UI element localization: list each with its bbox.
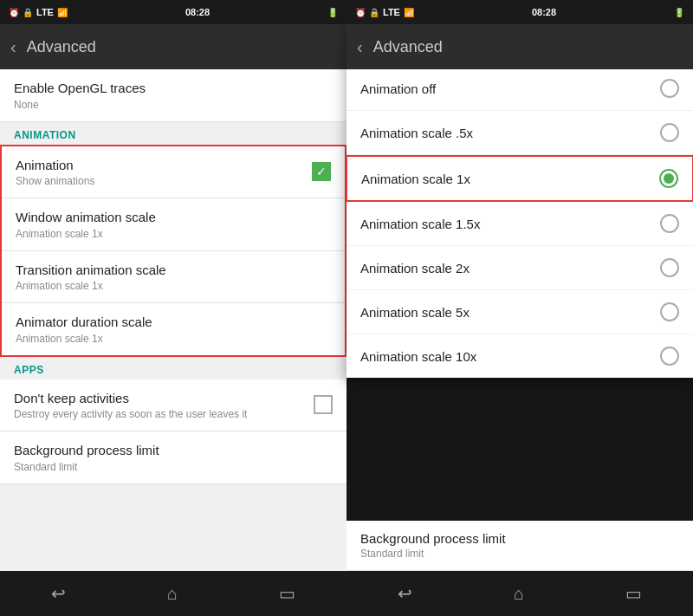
signal-icon: 📶 [57,8,68,17]
radio-2x[interactable] [660,258,679,277]
dialog-option-5x-label: Animation scale 5x [360,305,470,320]
animation-checkbox[interactable]: ✓ [312,162,331,181]
left-content-area: Enable OpenGL traces None ANIMATION Anim… [0,69,346,571]
transition-animation-title: Transition animation scale [16,262,331,279]
left-back-button[interactable]: ‹ [10,37,16,57]
radio-off[interactable] [660,79,679,98]
radio-1x-selected[interactable] [659,169,678,188]
window-animation-text: Window animation scale Animation scale 1… [16,209,331,240]
window-animation-subtitle: Animation scale 1x [16,228,331,240]
dialog-option-2x[interactable]: Animation scale 2x [346,246,693,290]
right-background-process-subtitle: Standard limit [360,548,679,560]
left-status-icons-left: ⏰ 🔒 LTE 📶 [9,7,68,17]
radio-05x[interactable] [660,123,679,142]
background-process-item[interactable]: Background process limit Standard limit [0,431,346,484]
dialog-option-10x-label: Animation scale 10x [360,349,476,364]
dont-keep-activities-title: Don't keep activities [14,390,314,407]
dialog-option-05x-label: Animation scale .5x [360,126,473,140]
right-nav-bar: ↩ ⌂ ▭ [346,571,693,616]
right-alarm-icon: ⏰ [355,8,366,17]
enable-opengl-subtitle: None [14,99,333,111]
radio-5x[interactable] [660,302,679,321]
animation-section-header: ANIMATION [0,122,346,145]
dont-keep-activities-subtitle: Destroy every activity as soon as the us… [14,408,314,420]
dialog-option-10x[interactable]: Animation scale 10x [346,334,693,378]
animator-duration-title: Animator duration scale [16,314,331,331]
transition-animation-text: Transition animation scale Animation sca… [16,262,331,293]
right-back-nav-icon[interactable]: ↩ [398,583,412,604]
left-time: 08:28 [185,7,210,17]
enable-opengl-text: Enable OpenGL traces None [14,80,333,111]
right-home-nav-icon[interactable]: ⌂ [514,584,524,604]
dialog-option-05x[interactable]: Animation scale .5x [346,111,693,155]
enable-opengl-item[interactable]: Enable OpenGL traces None [0,69,346,122]
left-top-bar: ‹ Advanced [0,24,346,69]
lte-indicator: LTE [36,7,54,17]
animation-toggle-title: Animation [16,157,312,174]
left-status-icons-right: 🔋 [327,8,338,17]
radio-10x[interactable] [660,347,679,366]
dialog-option-15x-label: Animation scale 1.5x [360,217,480,231]
apps-section-header: APPS [0,357,346,379]
right-time: 08:28 [532,7,556,17]
left-page-title: Advanced [27,38,96,56]
transition-animation-item[interactable]: Transition animation scale Animation sca… [2,251,345,304]
left-phone-panel: ⏰ 🔒 LTE 📶 08:28 🔋 ‹ Advanced Enable Open… [0,0,346,616]
background-process-text: Background process limit Standard limit [14,442,333,473]
left-status-bar: ⏰ 🔒 LTE 📶 08:28 🔋 [0,0,346,24]
dialog-option-1x[interactable]: Animation scale 1x [346,155,693,202]
right-recents-nav-icon[interactable]: ▭ [625,583,642,604]
battery-icon: 🔋 [327,8,338,17]
dialog-option-off[interactable]: Animation off [346,67,693,111]
right-status-icons-right: 🔋 [674,8,684,17]
dialog-option-1x-label: Animation scale 1x [361,172,470,186]
right-battery-icon: 🔋 [674,8,684,17]
left-back-nav-icon[interactable]: ↩ [51,583,66,604]
animation-toggle-subtitle: Show animations [16,175,312,187]
animation-group: Animation Show animations ✓ Window anima… [0,145,346,357]
dialog-option-5x[interactable]: Animation scale 5x [346,290,693,334]
dont-keep-activities-text: Don't keep activities Destroy every acti… [14,390,314,421]
dont-keep-activities-item[interactable]: Don't keep activities Destroy every acti… [0,379,346,432]
right-background-process-title: Background process limit [360,531,679,546]
right-top-bar: ‹ Advanced [346,24,693,69]
animator-duration-item[interactable]: Animator duration scale Animation scale … [2,303,345,355]
lock-icon: 🔒 [23,8,33,17]
animator-duration-text: Animator duration scale Animation scale … [16,314,331,345]
animation-toggle-text: Animation Show animations [16,157,312,188]
transition-animation-subtitle: Animation scale 1x [16,280,331,292]
dialog-option-off-label: Animation off [360,81,436,96]
right-signal-icon: 📶 [404,8,414,17]
radio-15x[interactable] [660,214,679,233]
dialog-option-15x[interactable]: Animation scale 1.5x [346,202,693,246]
left-recents-nav-icon[interactable]: ▭ [279,583,295,604]
window-animation-item[interactable]: Window animation scale Animation scale 1… [2,198,345,251]
right-status-bar: ⏰ 🔒 LTE 📶 08:28 🔋 [346,0,693,24]
right-bottom-content: Background process limit Standard limit [346,521,693,571]
right-lock-icon: 🔒 [369,8,379,17]
dont-keep-checkbox[interactable] [314,395,333,414]
right-lte-indicator: LTE [383,7,400,17]
window-animation-dialog: Window animation scale Animation off Ani… [346,24,693,378]
enable-opengl-title: Enable OpenGL traces [14,80,333,97]
animation-toggle-item[interactable]: Animation Show animations ✓ [2,146,345,199]
right-page-title: Advanced [373,38,443,56]
background-process-title: Background process limit [14,442,333,459]
window-animation-title: Window animation scale [16,209,331,226]
right-status-icons-left: ⏰ 🔒 LTE 📶 [355,7,414,17]
alarm-icon: ⏰ [9,8,19,17]
right-back-button[interactable]: ‹ [357,37,363,57]
right-background-process-item[interactable]: Background process limit Standard limit [346,521,693,571]
dialog-option-2x-label: Animation scale 2x [360,261,470,276]
left-nav-bar: ↩ ⌂ ▭ [0,571,346,616]
animator-duration-subtitle: Animation scale 1x [16,333,331,345]
right-phone-panel: ⏰ 🔒 LTE 📶 08:28 🔋 ‹ Advanced Window anim… [346,0,693,616]
left-home-nav-icon[interactable]: ⌂ [167,584,178,604]
background-process-subtitle: Standard limit [14,461,333,473]
